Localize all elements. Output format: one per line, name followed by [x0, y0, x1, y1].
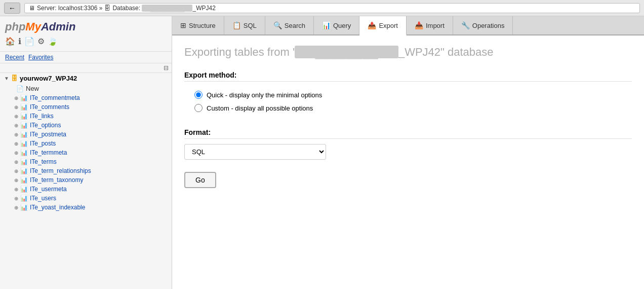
- page-title-prefix: Exporting tables from ': [184, 46, 295, 58]
- table-item[interactable]: ⊕ 📊 ITe_yoast_indexable: [0, 203, 172, 212]
- table-item[interactable]: ⊕ 📊 ITe_termmeta: [0, 148, 172, 157]
- tab-export[interactable]: 📤 Export: [359, 16, 407, 35]
- tab-sql-label: SQL: [244, 22, 257, 29]
- sidebar: phpMyAdmin 🏠 ℹ 📄 ⚙ 🍃 Recent Favorites ⊟ …: [0, 16, 172, 289]
- table-toggle-icon[interactable]: ⊕: [14, 123, 18, 128]
- table-toggle-icon[interactable]: ⊕: [14, 132, 18, 137]
- table-item[interactable]: ⊕ 📊 ITe_links: [0, 112, 172, 121]
- table-toggle-icon[interactable]: ⊕: [14, 114, 18, 119]
- table-label: ITe_links: [30, 113, 54, 120]
- table-toggle-icon[interactable]: ⊕: [14, 168, 18, 174]
- breadcrumb-text: Server: localhost:3306 »: [37, 5, 102, 12]
- table-item[interactable]: ⊕ 📊 ITe_users: [0, 194, 172, 203]
- sidebar-collapse-row: ⊟: [0, 63, 172, 73]
- table-label: ITe_term_taxonomy: [30, 176, 83, 184]
- database-icon: 🗄: [11, 75, 18, 82]
- format-label: Format:: [184, 128, 632, 139]
- radio-quick-label: Quick - display only the minimal options: [207, 91, 322, 99]
- table-item[interactable]: ⊕ 📊 ITe_commentmeta: [0, 93, 172, 102]
- logo-my: My: [25, 20, 41, 33]
- operations-icon: 🔧: [461, 21, 470, 29]
- table-icon: 📊: [20, 158, 28, 165]
- tab-import[interactable]: 📥 Import: [407, 16, 453, 34]
- table-toggle-icon[interactable]: ⊕: [14, 196, 18, 201]
- table-label: ITe_yoast_indexable: [30, 204, 85, 211]
- doc-icon[interactable]: 📄: [24, 37, 34, 46]
- main-layout: phpMyAdmin 🏠 ℹ 📄 ⚙ 🍃 Recent Favorites ⊟ …: [0, 16, 644, 289]
- info-icon[interactable]: ℹ: [18, 37, 21, 46]
- sidebar-header: phpMyAdmin 🏠 ℹ 📄 ⚙ 🍃: [0, 16, 172, 52]
- export-icon: 📤: [368, 21, 376, 29]
- format-select[interactable]: SQL CSV CSV for MS Excel JSON XML PDF: [184, 144, 326, 160]
- table-item[interactable]: ⊕ 📊 ITe_postmeta: [0, 130, 172, 139]
- go-button[interactable]: Go: [184, 172, 216, 188]
- tab-structure[interactable]: ⊞ Structure: [172, 16, 224, 34]
- db-name-redacted: ████████: [295, 46, 398, 58]
- recent-tab[interactable]: Recent: [5, 54, 24, 61]
- breadcrumb-db: Database: ████████_WPJ42: [112, 5, 215, 12]
- radio-quick-row[interactable]: Quick - display only the minimal options: [194, 91, 622, 99]
- table-toggle-icon[interactable]: ⊕: [14, 159, 18, 165]
- table-label: ITe_users: [30, 195, 56, 202]
- table-icon: 📊: [20, 176, 28, 184]
- search-icon: 🔍: [273, 21, 282, 29]
- settings-icon[interactable]: ⚙: [37, 37, 45, 46]
- radio-custom[interactable]: [194, 104, 203, 112]
- server-icon: 🖥: [29, 5, 35, 12]
- export-method-section: Export method: Quick - display only the …: [184, 71, 632, 116]
- logo-php: php: [5, 20, 25, 33]
- db-root-item[interactable]: ▼ 🗄 yourwow7_WPJ42: [0, 73, 172, 84]
- tab-operations[interactable]: 🔧 Operations: [453, 16, 513, 34]
- tab-export-label: Export: [379, 22, 398, 29]
- table-item[interactable]: ⊕ 📊 ITe_term_relationships: [0, 166, 172, 175]
- favorites-tab[interactable]: Favorites: [28, 54, 53, 61]
- db-toggle-icon[interactable]: ▼: [4, 76, 9, 81]
- radio-custom-row[interactable]: Custom - display all possible options: [194, 104, 622, 112]
- table-label: ITe_comments: [30, 103, 69, 111]
- back-button[interactable]: ←: [4, 3, 20, 14]
- sql-icon: 📋: [232, 21, 241, 29]
- top-bar: ← 🖥 Server: localhost:3306 » 🗄 Database:…: [0, 0, 644, 16]
- table-label: ITe_usermeta: [30, 186, 67, 193]
- table-icon: 📊: [20, 167, 28, 174]
- tab-search-label: Search: [285, 22, 305, 29]
- table-item[interactable]: ⊕ 📊 ITe_posts: [0, 139, 172, 148]
- pma-logo: phpMyAdmin: [5, 20, 167, 33]
- table-item[interactable]: ⊕ 📊 ITe_terms: [0, 157, 172, 166]
- table-toggle-icon[interactable]: ⊕: [14, 177, 18, 183]
- table-toggle-icon[interactable]: ⊕: [14, 187, 18, 192]
- table-item[interactable]: ⊕ 📊 ITe_options: [0, 121, 172, 130]
- tab-query[interactable]: 📊 Query: [314, 16, 359, 34]
- radio-quick[interactable]: [194, 91, 203, 99]
- table-icon: 📊: [20, 103, 28, 111]
- table-item[interactable]: ⊕ 📊 ITe_usermeta: [0, 185, 172, 194]
- table-item[interactable]: ⊕ 📊 ITe_term_taxonomy: [0, 175, 172, 185]
- theme-icon[interactable]: 🍃: [48, 37, 58, 46]
- table-label: ITe_termmeta: [30, 149, 67, 156]
- tab-search[interactable]: 🔍 Search: [265, 16, 314, 34]
- query-icon: 📊: [322, 21, 331, 29]
- table-label: ITe_commentmeta: [30, 94, 80, 101]
- table-toggle-icon[interactable]: ⊕: [14, 141, 18, 147]
- table-toggle-icon[interactable]: ⊕: [14, 205, 18, 210]
- table-toggle-icon[interactable]: ⊕: [14, 150, 18, 156]
- db-root-label: yourwow7_WPJ42: [20, 75, 77, 82]
- table-icon: 📊: [20, 186, 28, 193]
- table-icon: 📊: [20, 94, 28, 101]
- breadcrumb: 🖥 Server: localhost:3306 » 🗄 Database: █…: [24, 3, 640, 13]
- export-method-radio-group: Quick - display only the minimal options…: [184, 87, 632, 116]
- format-section: Format: SQL CSV CSV for MS Excel JSON XM…: [184, 128, 632, 160]
- table-toggle-icon[interactable]: ⊕: [14, 95, 18, 101]
- table-label: ITe_terms: [30, 158, 57, 165]
- new-icon: 📄: [16, 85, 24, 92]
- tab-sql[interactable]: 📋 SQL: [224, 16, 265, 34]
- home-icon[interactable]: 🏠: [5, 37, 15, 46]
- table-icon: 📊: [20, 204, 28, 211]
- table-item[interactable]: ⊕ 📊 ITe_comments: [0, 102, 172, 112]
- sidebar-nav-tabs: Recent Favorites: [0, 52, 172, 63]
- new-table-item[interactable]: 📄 New: [0, 84, 172, 93]
- new-label: New: [26, 85, 39, 92]
- table-toggle-icon[interactable]: ⊕: [14, 104, 18, 110]
- table-icon: 📊: [20, 131, 28, 138]
- collapse-icon[interactable]: ⊟: [164, 64, 169, 71]
